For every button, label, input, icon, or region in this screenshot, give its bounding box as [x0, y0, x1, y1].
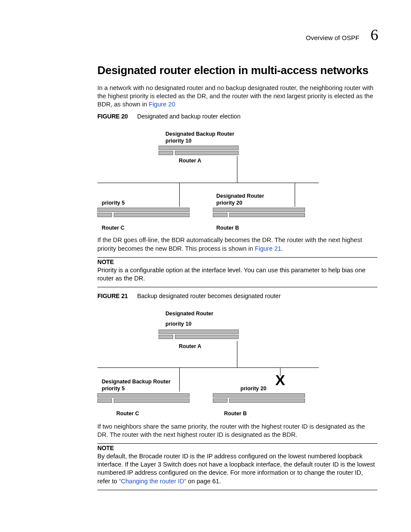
x-mark-icon: X	[275, 373, 285, 387]
note-2-body: By default, the Brocade router ID is the…	[97, 452, 377, 485]
priority-20-label: priority 20	[240, 386, 266, 392]
router-b-icon	[213, 208, 305, 217]
priority-5-label: priority 5	[102, 386, 125, 392]
priority-10-label: priority 10	[165, 138, 191, 144]
figure-21-label: FIGURE 21	[97, 292, 128, 299]
router-c-icon	[97, 393, 190, 403]
content-column: Designated router election in multi-acce…	[97, 64, 377, 490]
note-1-label: NOTE	[97, 258, 377, 265]
header-overview: Overview of OSPF	[306, 34, 359, 41]
router-c-label: Router C	[102, 225, 125, 231]
dr-label: Designated Router	[216, 193, 264, 199]
router-b-label: Router B	[216, 225, 239, 231]
note-2-label: NOTE	[97, 445, 377, 451]
figure-20-title: Designated and backup router election	[137, 113, 240, 120]
dbr-label: Designated Backup Router	[102, 379, 171, 385]
intro-text: In a network with no designated router a…	[97, 84, 374, 108]
page-header: Overview of OSPF 6	[306, 26, 378, 44]
bus-line	[97, 183, 319, 183]
chapter-number: 6	[371, 26, 378, 44]
section-heading: Designated router election in multi-acce…	[97, 64, 377, 77]
router-a-icon	[159, 330, 239, 339]
router-a-icon	[159, 146, 239, 155]
figure-21-caption: FIGURE 21 Backup designated router becom…	[97, 292, 377, 299]
router-a-label: Router A	[179, 343, 201, 349]
connector-line	[295, 183, 295, 207]
router-a-label: Router A	[179, 158, 201, 164]
note-divider	[97, 490, 377, 490]
dr-label: Designated Router	[165, 311, 213, 317]
paragraph-3: If two neighbors share the same priority…	[97, 423, 377, 439]
para2-text-b: .	[281, 245, 283, 252]
note-divider	[97, 443, 377, 444]
document-page: Overview of OSPF 6 Designated router ele…	[0, 0, 411, 532]
connector-line	[237, 341, 237, 367]
figure-21-link[interactable]: Figure 21	[255, 245, 281, 252]
figure-21-diagram: Designated Router priority 10 Router A X…	[97, 303, 377, 423]
paragraph-2: If the DR goes off-line, the BDR automat…	[97, 236, 377, 252]
priority-5-label: priority 5	[102, 200, 125, 206]
bus-line	[97, 367, 319, 368]
connector-line	[237, 156, 237, 183]
changing-router-id-link[interactable]: “Changing the router ID”	[119, 478, 186, 485]
router-c-label: Router C	[116, 411, 139, 417]
router-c-icon	[97, 208, 190, 217]
figure-20-caption: FIGURE 20 Designated and backup router e…	[97, 113, 377, 120]
figure-21-title: Backup designated router becomes designa…	[137, 292, 280, 299]
note-divider	[97, 287, 377, 287]
figure-20-label: FIGURE 20	[97, 113, 128, 120]
connector-line	[179, 367, 180, 392]
priority-10-label: priority 10	[165, 321, 191, 327]
router-b-icon	[213, 393, 305, 403]
intro-paragraph: In a network with no designated router a…	[97, 84, 377, 109]
figure-20-diagram: Designated Backup Router priority 10 Rou…	[97, 123, 377, 236]
para2-text-a: If the DR goes off-line, the BDR automat…	[97, 236, 362, 252]
priority-20-label: priority 20	[216, 200, 242, 206]
figure-20-link[interactable]: Figure 20	[149, 101, 175, 108]
connector-line	[179, 183, 180, 207]
note-divider	[97, 257, 377, 258]
note-1-body: Priority is a configurable option at the…	[97, 266, 377, 283]
router-b-label: Router B	[224, 411, 247, 417]
note-2-text-b: on page 61.	[186, 478, 221, 485]
dbr-label: Designated Backup Router	[165, 131, 234, 137]
